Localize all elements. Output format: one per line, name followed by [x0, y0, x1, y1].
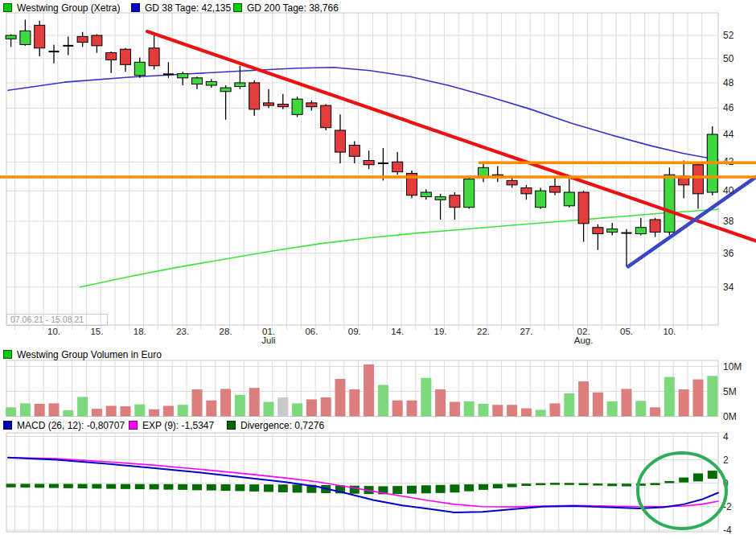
price-legend: Westwing Group (Xetra) GD 38 Tage: 42,13… — [0, 2, 756, 14]
price-panel[interactable]: 5250484644424038363410.15.18.23.28.01.Ju… — [0, 13, 756, 345]
macd-panel[interactable]: 420-2-4 — [6, 431, 732, 536]
volume-bar — [77, 397, 88, 416]
volume-bar — [178, 405, 188, 416]
up-candle — [292, 99, 302, 114]
divergence-dash — [679, 478, 688, 483]
x-axis-label: 10. — [663, 327, 676, 336]
down-candle — [349, 146, 360, 157]
volume-bar — [635, 401, 646, 416]
macd-legend: MACD (26, 12): -0,80707 EXP (9): -1,5347… — [0, 420, 756, 431]
divergence-dash — [436, 485, 446, 493]
divergence-dash — [521, 483, 531, 486]
macd-axis-label: -4 — [723, 525, 732, 536]
divergence-dash — [121, 484, 130, 489]
down-candle — [521, 188, 532, 194]
down-candle — [92, 35, 102, 46]
volume-bar — [679, 389, 689, 416]
divergence-dash — [92, 484, 101, 489]
down-candle — [335, 130, 346, 152]
up-candle — [435, 197, 446, 200]
y-axis-label: 34 — [723, 282, 734, 293]
down-candle — [149, 48, 159, 66]
divergence-dash — [163, 484, 173, 490]
volume-bar — [292, 403, 302, 416]
volume-bar — [35, 404, 45, 417]
divergence-dash — [565, 483, 574, 485]
legend-item-macd: MACD (26, 12): -0,80707 — [3, 420, 125, 431]
down-candle — [249, 83, 260, 109]
y-axis-label: 50 — [723, 53, 734, 64]
divergence-dash — [135, 484, 145, 489]
volume-bar — [664, 377, 675, 417]
volume-bar — [707, 376, 717, 416]
volume-bar — [378, 385, 388, 416]
up-candle — [20, 31, 31, 44]
up-candle — [220, 88, 231, 92]
divergence-dash — [150, 484, 159, 490]
down-candle — [121, 49, 131, 64]
divergence-swatch-icon — [227, 421, 236, 430]
divergence-dash — [607, 483, 617, 486]
volume-legend: Westwing Group Volumen in Euro — [0, 349, 756, 360]
macd-axis-label: 4 — [723, 431, 729, 442]
up-candle — [134, 62, 145, 75]
volume-bar — [206, 401, 216, 417]
divergence-dash — [579, 483, 589, 486]
legend-label: MACD (26, 12): -0,80707 — [17, 420, 125, 431]
y-axis-label: 40 — [723, 185, 734, 196]
volume-bar — [349, 389, 360, 416]
divergence-dash — [507, 483, 517, 487]
divergence-dash — [35, 483, 44, 488]
down-candle — [450, 195, 460, 208]
down-candle — [650, 220, 660, 232]
up-candle — [664, 175, 675, 232]
x-axis-label: 18. — [134, 327, 146, 336]
divergence-dash — [421, 485, 431, 493]
gd38-swatch-icon — [131, 3, 140, 12]
volume-bar — [264, 402, 274, 417]
legend-item-gd200: GD 200 Tage: 38,766 — [233, 2, 339, 14]
volume-bar — [321, 397, 331, 417]
y-axis-label: 48 — [723, 77, 734, 88]
divergence-dash — [664, 481, 674, 483]
up-candle — [564, 192, 574, 206]
x-axis-label: 06. — [305, 327, 318, 336]
x-axis-label: 15. — [90, 327, 103, 336]
volume-bar — [220, 389, 231, 416]
y-axis-label: 46 — [723, 102, 734, 113]
up-candle — [206, 81, 216, 85]
divergence-dash — [6, 483, 16, 487]
down-candle — [392, 162, 403, 171]
legend-label: GD 38 Tage: 42,135 — [145, 2, 231, 14]
up-candle — [421, 192, 431, 197]
volume-bar — [106, 405, 117, 416]
gd200-swatch-icon — [233, 3, 242, 12]
volume-bar — [536, 409, 546, 416]
x-axis-label: 05. — [620, 327, 633, 336]
volume-bar — [163, 405, 174, 416]
down-candle — [507, 180, 517, 184]
volume-bar — [521, 409, 532, 417]
y-axis-label: 38 — [723, 216, 734, 227]
volume-bar — [593, 393, 603, 417]
volume-panel[interactable]: 10M5M0M — [6, 360, 742, 422]
price-series-swatch-icon — [3, 3, 12, 12]
divergence-dash — [293, 484, 302, 492]
volume-bar — [622, 389, 632, 416]
legend-item-exp: EXP (9): -1,5347 — [129, 420, 214, 431]
macd-axis-label: 2 — [723, 455, 729, 466]
volume-bar — [20, 403, 31, 416]
up-candle — [536, 191, 546, 208]
divergence-dash — [78, 484, 88, 489]
down-candle — [277, 104, 288, 106]
legend-label: Westwing Group (Xetra) — [17, 2, 121, 14]
up-candle — [192, 78, 203, 84]
legend-label: EXP (9): -1,5347 — [142, 420, 214, 431]
divergence-dash — [550, 483, 560, 485]
divergence-dash — [450, 484, 459, 492]
y-axis-label: 36 — [723, 248, 734, 259]
divergence-dash — [278, 484, 288, 492]
legend-label: Divergence: 0,7276 — [240, 420, 324, 431]
volume-bar — [492, 405, 503, 416]
volume-bar — [92, 409, 102, 416]
